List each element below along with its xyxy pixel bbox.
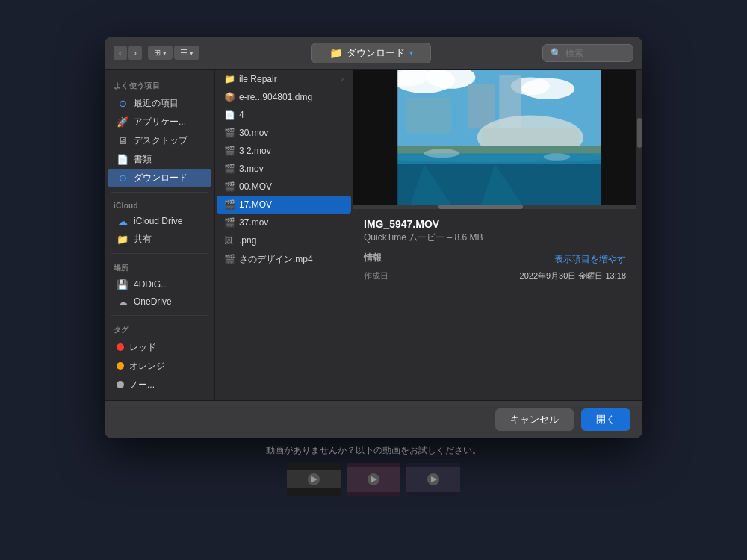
orange-tag-dot	[117, 362, 124, 370]
location-section-label: 場所	[105, 258, 214, 276]
file-item-mov1[interactable]: 🎬 30.mov	[217, 124, 351, 142]
dialog-footer: キャンセル 開く	[105, 400, 642, 438]
red-tag-dot	[117, 343, 124, 351]
file-list: 📁 ile Repair › 📦 e-re...904801.dmg 📄 4 🎬	[215, 70, 353, 400]
cancel-button[interactable]: キャンセル	[495, 408, 574, 431]
video-suggestion-2[interactable]	[347, 463, 400, 496]
sidebar-label-shared: 共有	[134, 233, 152, 246]
folder-icon-repair: 📁	[224, 74, 235, 84]
sidebar-item-icloud-drive[interactable]: ☁ iCloud Drive	[108, 213, 211, 230]
sidebar-item-recents[interactable]: ⊙ 最近の項目	[108, 94, 211, 113]
view-list-button[interactable]: ☰ ▾	[174, 46, 199, 60]
sidebar: よく使う項目 ⊙ 最近の項目 🚀 アプリケー... 🖥 デスクトップ 📄 書類	[105, 70, 215, 400]
file-name-mp4: さのデザイン.mp4	[239, 253, 313, 266]
sidebar-label-icloud-drive: iCloud Drive	[134, 216, 182, 226]
file-item-4[interactable]: 📄 4	[217, 106, 351, 124]
file-item-repair[interactable]: 📁 ile Repair ›	[217, 70, 351, 88]
favorites-section-label: よく使う項目	[105, 76, 214, 94]
file-name-mov5: 17.MOV	[239, 199, 272, 210]
location-button[interactable]: 📁 ダウンロード ▾	[311, 43, 431, 63]
more-tag-dot	[117, 381, 124, 388]
tags-section-label: タグ	[105, 320, 214, 338]
sidebar-label-apps: アプリケー...	[134, 116, 186, 128]
scrollbar-thumb[interactable]	[637, 118, 642, 148]
file-name-dmg: e-re...904801.dmg	[239, 92, 312, 102]
file-item-mov2[interactable]: 🎬 3 2.mov	[217, 142, 351, 160]
sidebar-label-downloads: ダウンロード	[134, 172, 187, 184]
location-chevron-icon: ▾	[409, 49, 413, 57]
nav-forward-button[interactable]: ›	[128, 46, 142, 60]
shared-icon: 📁	[117, 234, 128, 245]
location-bar: 📁 ダウンロード ▾	[205, 43, 536, 63]
file-name-4: 4	[239, 110, 244, 120]
sidebar-item-onedrive[interactable]: ☁ OneDrive	[108, 293, 211, 311]
sidebar-label-onedrive: OneDrive	[134, 296, 172, 307]
nav-back-button[interactable]: ‹	[114, 46, 127, 60]
svg-rect-20	[601, 70, 636, 205]
file-icon-mp4: 🎬	[224, 254, 235, 264]
view-buttons: ⊞ ▾ ☰ ▾	[148, 46, 199, 60]
video-suggestion-3[interactable]	[406, 463, 460, 496]
scroll-thumb[interactable]	[438, 205, 524, 209]
open-button[interactable]: 開く	[581, 408, 630, 431]
tag-label-red: レッド	[129, 341, 156, 354]
info-label: 情報	[364, 252, 382, 264]
sidebar-item-shared[interactable]: 📁 共有	[108, 230, 211, 249]
file-name-mov3: 3.mov	[239, 164, 264, 174]
file-name-mov2: 3 2.mov	[239, 146, 271, 156]
sidebar-item-desktop[interactable]: 🖥 デスクトップ	[108, 131, 211, 150]
sidebar-item-downloads[interactable]: ⊙ ダウンロード	[108, 169, 211, 187]
nav-buttons: ‹ ›	[114, 46, 142, 60]
file-open-dialog: ‹ › ⊞ ▾ ☰ ▾ 📁 ダウンロード ▾	[105, 37, 642, 438]
folder-chevron-repair: ›	[341, 75, 344, 83]
sidebar-item-tag-red[interactable]: レッド	[108, 338, 211, 357]
4ddigi-icon: 💾	[117, 279, 128, 290]
file-item-mov4[interactable]: 🎬 00.MOV	[217, 178, 351, 196]
preview-filename: IMG_5947.MOV	[364, 218, 626, 230]
video-suggestion-1[interactable]	[287, 463, 341, 496]
icloud-drive-icon: ☁	[117, 216, 128, 227]
sidebar-item-docs[interactable]: 📄 書類	[108, 150, 211, 169]
file-item-mov5[interactable]: 🎬 17.MOV	[217, 196, 351, 214]
search-icon: 🔍	[551, 48, 562, 58]
search-box[interactable]: 🔍	[542, 44, 633, 62]
video-suggestions	[105, 463, 642, 496]
file-item-mov6[interactable]: 🎬 37.mov	[217, 214, 351, 231]
file-icon-4: 📄	[224, 110, 235, 120]
sidebar-divider-3	[111, 315, 208, 316]
dialog-content: よく使う項目 ⊙ 最近の項目 🚀 アプリケー... 🖥 デスクトップ 📄 書類	[105, 70, 642, 400]
sidebar-label-recents: 最近の項目	[134, 97, 179, 110]
columns-chevron: ▾	[163, 49, 167, 57]
svg-rect-19	[353, 70, 397, 205]
tag-label-more: ノー...	[129, 379, 155, 391]
file-item-dmg[interactable]: 📦 e-re...904801.dmg	[217, 88, 351, 106]
sidebar-item-tag-more[interactable]: ノー...	[108, 376, 211, 394]
sidebar-item-4ddigi[interactable]: 💾 4DDiG...	[108, 276, 211, 293]
file-area: 📁 ile Repair › 📦 e-re...904801.dmg 📄 4 🎬	[215, 70, 642, 400]
view-columns-button[interactable]: ⊞ ▾	[148, 46, 173, 60]
location-label: ダウンロード	[347, 46, 405, 60]
preview-meta-header: 情報 表示項目を増やす	[364, 252, 626, 267]
preview-created-row: 作成日 2022年9月30日 金曜日 13:18	[364, 270, 626, 281]
preview-svg	[353, 70, 636, 205]
file-item-mp4[interactable]: 🎬 さのデザイン.mp4	[217, 249, 351, 270]
sidebar-item-tag-orange[interactable]: オレンジ	[108, 357, 211, 376]
downloads-icon: ⊙	[117, 172, 128, 184]
list-chevron: ▾	[190, 49, 193, 57]
created-label: 作成日	[364, 270, 388, 281]
sidebar-label-4ddigi: 4DDiG...	[134, 279, 168, 290]
file-icon-mov2: 🎬	[224, 146, 235, 156]
search-input[interactable]	[565, 48, 625, 58]
apps-icon: 🚀	[117, 116, 128, 128]
file-item-png[interactable]: 🖼 .png	[217, 231, 351, 249]
more-info-link[interactable]: 表示項目を増やす	[554, 253, 626, 266]
file-item-mov3[interactable]: 🎬 3.mov	[217, 160, 351, 178]
file-icon-mov1: 🎬	[224, 128, 235, 138]
icloud-section-label: iCloud	[105, 197, 214, 213]
file-icon-mov5: 🎬	[224, 199, 235, 210]
file-icon-mov3: 🎬	[224, 164, 235, 174]
sidebar-item-apps[interactable]: 🚀 アプリケー...	[108, 113, 211, 131]
preview-filetype: QuickTime ムービー – 8.6 MB	[364, 231, 626, 244]
preview-panel: IMG_5947.MOV QuickTime ムービー – 8.6 MB 情報 …	[353, 70, 636, 400]
file-icon-mov6: 🎬	[224, 217, 235, 228]
